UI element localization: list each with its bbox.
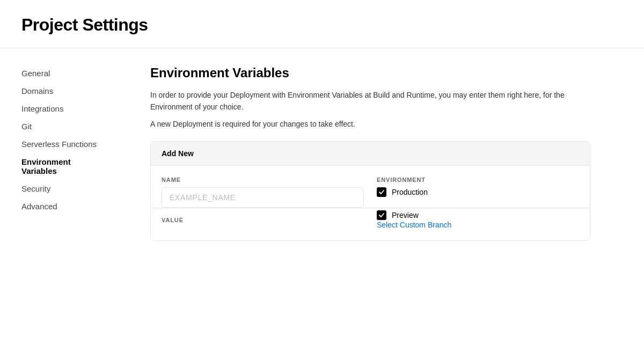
page-title: Project Settings <box>21 15 623 35</box>
sidebar-item-git[interactable]: Git <box>21 119 107 134</box>
preview-row: Preview Select Custom Branch <box>377 210 579 230</box>
name-column: NAME <box>162 177 364 208</box>
checkbox-preview-box[interactable] <box>377 210 386 220</box>
sidebar-item-advanced[interactable]: Advanced <box>21 199 107 214</box>
section-description-2: A new Deployment is required for your ch… <box>150 120 623 128</box>
form-divider: VALUE Preview <box>151 208 590 230</box>
main-content: Environment Variables In order to provid… <box>118 48 644 332</box>
checkbox-preview-label: Preview <box>392 211 419 219</box>
sidebar-item-general[interactable]: General <box>21 65 107 81</box>
name-input[interactable] <box>162 187 364 208</box>
environment-column: ENVIRONMENT Production <box>377 177 579 208</box>
sidebar: General Domains Integrations Git Serverl… <box>0 48 118 332</box>
section-description-1: In order to provide your Deployment with… <box>150 89 580 113</box>
bottom-section: VALUE Preview <box>162 208 579 230</box>
checkmark-preview-icon <box>378 212 385 218</box>
checkbox-production-label: Production <box>392 188 428 196</box>
value-field-label: VALUE <box>162 210 364 223</box>
add-new-label: Add New <box>162 149 194 158</box>
checkbox-item-preview[interactable]: Preview <box>377 210 419 220</box>
sidebar-item-environment-variables[interactable]: Environment Variables <box>21 154 107 179</box>
form-row-name-env: NAME ENVIRONMENT <box>162 177 579 208</box>
checkbox-group: Production <box>377 187 579 197</box>
sidebar-item-domains[interactable]: Domains <box>21 83 107 99</box>
value-column: VALUE <box>162 210 364 230</box>
add-new-body: NAME ENVIRONMENT <box>151 166 590 240</box>
preview-checkbox-group: Preview <box>377 210 579 220</box>
select-custom-branch-link[interactable]: Select Custom Branch <box>377 221 451 229</box>
section-title: Environment Variables <box>150 65 623 80</box>
sidebar-item-integrations[interactable]: Integrations <box>21 101 107 116</box>
name-field-label: NAME <box>162 177 364 183</box>
checkbox-item-production[interactable]: Production <box>377 187 579 197</box>
sidebar-item-serverless-functions[interactable]: Serverless Functions <box>21 136 107 152</box>
checkbox-production-box[interactable] <box>377 187 386 197</box>
sidebar-item-security[interactable]: Security <box>21 181 107 196</box>
checkmark-production-icon <box>378 189 385 195</box>
add-new-header: Add New <box>151 142 590 166</box>
add-new-card: Add New NAME ENVIRONMENT <box>150 141 590 241</box>
environment-field-label: ENVIRONMENT <box>377 177 579 183</box>
